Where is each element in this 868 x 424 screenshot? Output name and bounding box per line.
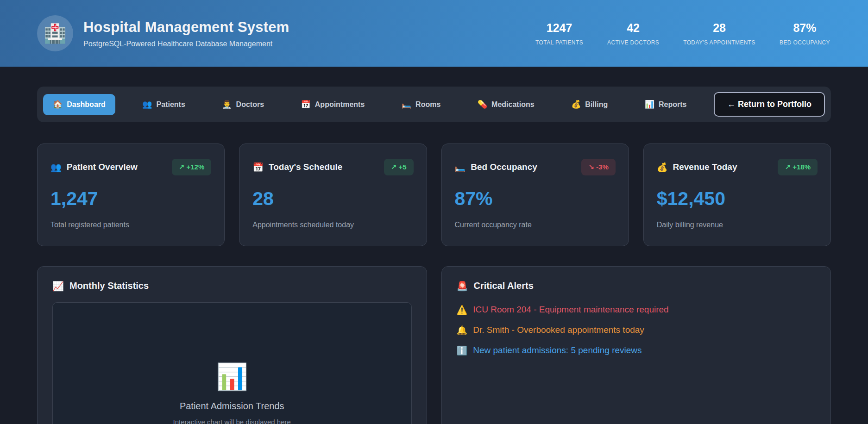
main-nav: 🏠 Dashboard 👥 Patients 👨‍⚕️ Doctors 📅 Ap… [37,87,831,122]
stat-value: 28 [683,21,755,35]
calendar-icon: 📅 [252,163,264,172]
alert-text: Dr. Smith - Overbooked appointments toda… [473,325,644,335]
return-to-portfolio-button[interactable]: ← Return to Portfolio [714,92,825,117]
critical-alerts-card: 🚨 Critical Alerts ⚠️ ICU Room 204 - Equi… [441,266,831,424]
tab-appointments[interactable]: 📅 Appointments [291,94,375,115]
tab-label: Doctors [236,100,264,109]
chart-placeholder-subtitle: Interactive chart will be displayed here [173,418,291,424]
alerts-list: ⚠️ ICU Room 204 - Equipment maintenance … [457,299,816,361]
calendar-icon: 📅 [301,100,311,108]
hospital-icon: 🏥 [44,24,67,43]
alert-item: ℹ️ New patient admissions: 5 pending rev… [457,340,816,361]
bed-icon: 🛏️ [402,100,411,108]
card-bed-occupancy: 🛏️ Bed Occupancy ↘ -3% 87% Current occup… [441,143,629,246]
monthly-statistics-title: 📈 Monthly Statistics [52,281,412,291]
page-title: Hospital Management System [83,19,289,36]
card-todays-schedule: 📅 Today's Schedule ↗ +5 28 Appointments … [239,143,427,246]
card-description: Appointments scheduled today [252,221,413,229]
card-value: 87% [455,188,616,210]
card-value: 28 [252,188,413,210]
critical-alerts-title: 🚨 Critical Alerts [457,281,816,291]
stat-label: BED OCCUPANCY [780,39,830,46]
trend-badge: ↘ -3% [581,159,615,175]
stat-label: TOTAL PATIENTS [535,39,583,46]
trend-badge: ↗ +5 [384,159,414,175]
stat-label: ACTIVE DOCTORS [607,39,659,46]
section-title-text: Critical Alerts [473,281,533,291]
tab-patients[interactable]: 👥 Patients [132,94,195,115]
stat-value: 1247 [535,21,583,35]
card-title-text: Today's Schedule [269,162,342,172]
card-value: $12,450 [657,188,818,210]
stat-cards-row: 👥 Patient Overview ↗ +12% 1,247 Total re… [37,143,831,246]
tab-doctors[interactable]: 👨‍⚕️ Doctors [212,94,274,115]
warning-icon: ⚠️ [457,306,468,314]
tab-label: Dashboard [67,100,106,109]
title-block: Hospital Management System PostgreSQL-Po… [83,19,289,48]
app-header: 🏥 Hospital Management System PostgreSQL-… [0,0,868,67]
stat-value: 42 [607,21,659,35]
tab-billing[interactable]: 💰 Billing [561,94,617,115]
card-revenue-today: 💰 Revenue Today ↗ +18% $12,450 Daily bil… [643,143,831,246]
tab-label: Medications [491,100,534,109]
tab-reports[interactable]: 📊 Reports [635,94,697,115]
header-stat-bed-occupancy: 87% BED OCCUPANCY [780,21,830,46]
alert-item: ⚠️ ICU Room 204 - Equipment maintenance … [457,299,816,320]
tab-label: Appointments [315,100,365,109]
chart-placeholder-title: Patient Admission Trends [180,401,284,412]
card-patient-overview: 👥 Patient Overview ↗ +12% 1,247 Total re… [37,143,225,246]
header-stat-active-doctors: 42 ACTIVE DOCTORS [607,21,659,46]
card-value: 1,247 [50,188,211,210]
alert-text: New patient admissions: 5 pending review… [473,345,642,355]
card-title: 👥 Patient Overview [50,162,138,172]
trend-badge: ↗ +18% [778,159,818,175]
stat-label: TODAY'S APPOINTMENTS [683,39,755,46]
app-logo: 🏥 [37,15,73,51]
people-icon: 👥 [142,100,152,108]
home-icon: 🏠 [53,100,63,108]
header-stat-total-patients: 1247 TOTAL PATIENTS [535,21,583,46]
bed-icon: 🛏️ [455,163,466,172]
chart-placeholder: 📊 Patient Admission Trends Interactive c… [52,302,412,424]
card-title: 💰 Revenue Today [657,162,737,172]
money-bag-icon: 💰 [571,100,581,108]
main-content: 🏠 Dashboard 👥 Patients 👨‍⚕️ Doctors 📅 Ap… [0,87,868,424]
card-title: 📅 Today's Schedule [252,162,342,172]
card-title: 🛏️ Bed Occupancy [455,162,537,172]
tab-label: Reports [659,100,686,109]
tab-medications[interactable]: 💊 Medications [468,94,544,115]
bar-chart-icon: 📊 [645,100,654,108]
tab-dashboard[interactable]: 🏠 Dashboard [43,94,115,115]
doctor-icon: 👨‍⚕️ [222,100,232,108]
page-subtitle: PostgreSQL-Powered Healthcare Database M… [83,40,289,48]
siren-icon: 🚨 [457,281,468,291]
brand-block: 🏥 Hospital Management System PostgreSQL-… [37,15,289,51]
pill-icon: 💊 [478,100,487,108]
section-title-text: Monthly Statistics [69,281,149,291]
alert-item: 🔔 Dr. Smith - Overbooked appointments to… [457,320,816,340]
bell-icon: 🔔 [457,326,468,335]
people-icon: 👥 [50,163,62,172]
card-description: Current occupancy rate [455,221,616,229]
card-description: Total registered patients [50,221,211,229]
card-title-text: Revenue Today [673,162,737,172]
trend-badge: ↗ +12% [172,159,212,175]
card-title-text: Patient Overview [67,162,138,172]
header-stats: 1247 TOTAL PATIENTS 42 ACTIVE DOCTORS 28… [535,21,830,46]
money-bag-icon: 💰 [657,163,668,172]
bottom-row: 📈 Monthly Statistics 📊 Patient Admission… [37,266,831,424]
info-icon: ℹ️ [457,346,468,355]
tab-label: Rooms [415,100,440,109]
card-title-text: Bed Occupancy [471,162,537,172]
card-description: Daily billing revenue [657,221,818,229]
bar-chart-icon: 📊 [216,364,248,390]
tab-label: Patients [157,100,185,109]
tab-rooms[interactable]: 🛏️ Rooms [392,94,450,115]
monthly-statistics-card: 📈 Monthly Statistics 📊 Patient Admission… [37,266,427,424]
header-stat-todays-appointments: 28 TODAY'S APPOINTMENTS [683,21,755,46]
tab-label: Billing [585,100,608,109]
alert-text: ICU Room 204 - Equipment maintenance req… [473,305,668,315]
stat-value: 87% [780,21,830,35]
chart-increasing-icon: 📈 [52,281,64,291]
